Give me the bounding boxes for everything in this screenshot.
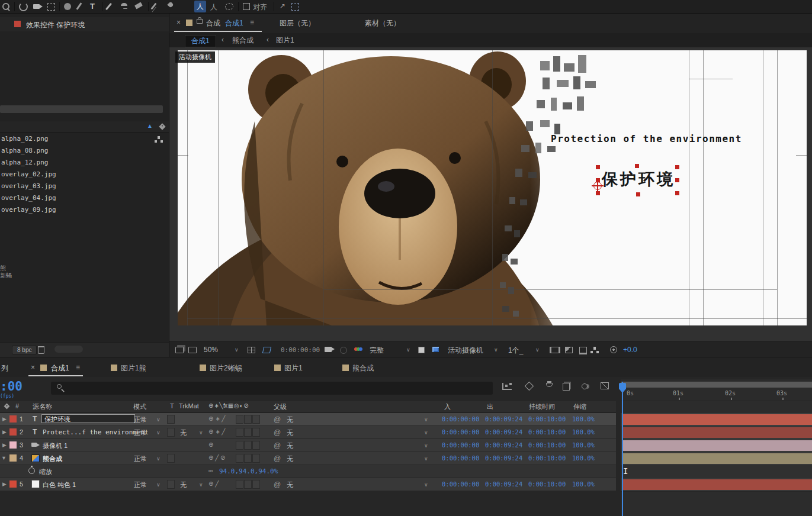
timeline-tab[interactable]: 图片1	[284, 363, 303, 373]
partial-item-label[interactable]: 熊	[0, 264, 6, 272]
duration-value[interactable]: 0:00:10:00	[528, 480, 566, 488]
view-layout-caret-icon[interactable]: ∨	[535, 347, 540, 353]
tag-column-icon[interactable]	[5, 404, 9, 408]
expander-icon[interactable]: ▼	[1, 455, 7, 461]
column-source-name[interactable]: 源名称	[33, 402, 52, 411]
magnification-value[interactable]: 50%	[204, 346, 218, 354]
selection-handle[interactable]	[635, 164, 639, 168]
stopwatch-icon[interactable]	[28, 467, 35, 474]
blend-mode-value[interactable]: 正常	[134, 454, 147, 463]
rotate-tool-icon[interactable]	[19, 2, 28, 11]
blend-mode-caret-icon[interactable]: ∨	[156, 482, 161, 488]
target-region-icon[interactable]	[418, 347, 425, 353]
layer-color-swatch[interactable]	[9, 428, 17, 436]
bit-depth-button[interactable]: 8 bpc	[12, 346, 37, 354]
blend-mode-caret-icon[interactable]: ∨	[156, 456, 161, 462]
layer-color-swatch[interactable]	[9, 454, 17, 462]
lasso-tool-icon[interactable]	[224, 2, 234, 11]
stretch-value[interactable]: 100.0%	[572, 428, 595, 436]
camera-pan-tool[interactable]: 人	[210, 2, 217, 12]
trkmat-caret-icon[interactable]: ∨	[199, 430, 203, 436]
resolution-value[interactable]: 完整	[370, 346, 384, 356]
timeline-button-icon[interactable]	[579, 347, 587, 354]
effects-panel-header[interactable]: 效果控件 保护环境	[0, 17, 169, 31]
project-sort-header[interactable]: ▲	[0, 121, 169, 133]
pickwhip-icon[interactable]: @	[274, 415, 281, 424]
file-row[interactable]: alpha_02.png	[1, 133, 168, 145]
parent-value[interactable]: 无	[287, 480, 293, 489]
shy-layers-icon[interactable]	[546, 379, 553, 387]
trkmat-caret-icon[interactable]: ∨	[199, 482, 203, 488]
link-dimensions-icon[interactable]: ∞	[208, 467, 213, 474]
partial-item-label[interactable]: 新蝎	[0, 272, 12, 280]
stretch-value[interactable]: 100.0%	[572, 480, 595, 488]
layer-color-swatch[interactable]	[9, 415, 17, 423]
layer-bar[interactable]	[623, 427, 812, 438]
exposure-icon[interactable]	[610, 346, 617, 353]
expander-icon[interactable]: ▶	[2, 442, 7, 448]
workspace-icon[interactable]	[291, 3, 299, 11]
expander-icon[interactable]: ▶	[2, 429, 7, 435]
out-value[interactable]: 0:00:09:24	[485, 415, 522, 423]
draft-3d-icon[interactable]	[526, 383, 532, 389]
parent-value[interactable]: 无	[287, 454, 293, 463]
selection-handle[interactable]	[596, 191, 600, 195]
out-value[interactable]: 0:00:09:24	[485, 454, 522, 462]
file-row[interactable]: overlay_09.jpg	[1, 204, 168, 216]
resolution-caret-icon[interactable]: ∨	[406, 347, 410, 353]
column-stretch[interactable]: 伸缩	[573, 402, 586, 411]
trkmat-value[interactable]: 无	[180, 480, 187, 489]
playhead-marker[interactable]	[619, 383, 626, 389]
pixel-aspect-icon[interactable]	[550, 347, 560, 353]
stretch-value[interactable]: 100.0%	[572, 441, 595, 449]
layer-row[interactable]: ▶ 1 T 保护环境 正常 ∨ ⊕ ∗ ╱ @ 无 ∨ 0:00:00:00 0…	[0, 413, 616, 426]
comp-flowchart-icon[interactable]	[593, 347, 596, 350]
layer-switches-icons[interactable]: ⊕ ╱	[208, 480, 219, 487]
work-area-bar[interactable]	[621, 382, 812, 388]
snapshot-icon[interactable]	[325, 347, 332, 352]
primary-viewer-icon[interactable]	[188, 347, 197, 353]
selection-handle[interactable]	[675, 191, 679, 195]
duration-value[interactable]: 0:00:10:00	[528, 428, 566, 436]
pickwhip-icon[interactable]: @	[274, 454, 281, 463]
layer-switches-icons[interactable]: ⊕	[208, 441, 213, 448]
timeline-tab[interactable]: 图片2蜥蜴	[210, 363, 242, 373]
selection-handle[interactable]	[636, 192, 640, 196]
canvas-text-chinese[interactable]: 保护环境	[602, 169, 675, 190]
layer-row[interactable]: ▶ 2 T Protect...f the environment 正常 ∨ 无…	[0, 426, 616, 439]
in-value[interactable]: 0:00:00:00	[442, 480, 479, 488]
tab-composition-name[interactable]: 合成1	[225, 18, 243, 28]
graph-editor-icon[interactable]	[601, 382, 609, 389]
parent-caret-icon[interactable]: ∨	[424, 443, 428, 449]
stamp-tool-icon[interactable]	[121, 3, 127, 6]
tab-menu-icon[interactable]: ≡	[250, 18, 254, 27]
timeline-tab[interactable]: 图片1熊	[121, 363, 146, 373]
frame-blending-icon[interactable]	[563, 383, 570, 391]
blend-mode-caret-icon[interactable]: ∨	[156, 430, 161, 436]
current-time-display[interactable]: :00	[0, 379, 23, 394]
fast-previews-icon[interactable]	[565, 347, 573, 353]
composition-canvas[interactable]: Protection of the environment 保护环境	[178, 50, 807, 325]
eraser-tool-icon[interactable]	[134, 2, 143, 9]
trkmat-value[interactable]: 无	[180, 428, 187, 437]
pickwhip-icon[interactable]: @	[274, 441, 281, 450]
puppet-pin-tool-icon[interactable]	[167, 1, 174, 8]
layer-bar[interactable]	[623, 453, 812, 464]
column-duration[interactable]: 持续时间	[529, 402, 555, 411]
pen-tool-icon[interactable]	[76, 2, 82, 9]
share-icon[interactable]: ↗	[280, 2, 285, 10]
selection-handle[interactable]	[675, 165, 679, 169]
layer-bar[interactable]	[623, 414, 812, 425]
stretch-value[interactable]: 100.0%	[572, 454, 595, 462]
column-mode[interactable]: 模式	[133, 402, 146, 411]
dock-partial-tab[interactable]: 列	[1, 363, 8, 373]
file-row[interactable]: overlay_04.jpg	[1, 192, 168, 204]
expander-icon[interactable]: ▶	[2, 416, 7, 422]
breadcrumb-current[interactable]: 合成1	[185, 35, 216, 47]
viewer-timecode[interactable]: 0:00:00:00	[281, 346, 320, 354]
camera-tool-icon[interactable]	[33, 4, 40, 9]
tab-close-icon[interactable]: ×	[176, 18, 181, 27]
property-label[interactable]: 缩放	[39, 467, 52, 476]
brush-tool-icon[interactable]	[105, 3, 112, 11]
parent-value[interactable]: 无	[287, 415, 293, 424]
